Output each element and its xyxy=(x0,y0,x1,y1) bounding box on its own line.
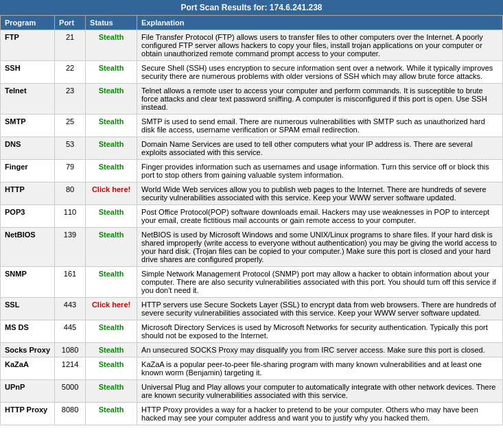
cell-program: Telnet xyxy=(1,84,55,115)
table-row: Telnet23StealthTelnet allows a remote us… xyxy=(1,84,503,115)
cell-port: 80 xyxy=(55,182,86,205)
cell-port: 5000 xyxy=(55,380,86,403)
cell-port: 25 xyxy=(55,115,86,137)
cell-explanation: An unsecured SOCKS Proxy may disqualify … xyxy=(137,343,503,357)
cell-explanation: KaZaA is a popular peer-to-peer file-sha… xyxy=(137,357,503,380)
table-row: SSL443Click here!HTTP servers use Secure… xyxy=(1,298,503,320)
cell-port: 23 xyxy=(55,84,86,115)
cell-explanation: SMTP is used to send email. There are nu… xyxy=(137,115,503,137)
table-body: FTP21StealthFile Transfer Protocol (FTP)… xyxy=(1,30,503,425)
cell-explanation: NetBIOS is used by Microsoft Windows and… xyxy=(137,228,503,267)
cell-program: NetBIOS xyxy=(1,228,55,267)
table-row: DNS53StealthDomain Name Services are use… xyxy=(1,137,503,160)
cell-port: 53 xyxy=(55,137,86,160)
cell-port: 139 xyxy=(55,228,86,267)
cell-explanation: File Transfer Protocol (FTP) allows user… xyxy=(137,30,503,61)
cell-program: FTP xyxy=(1,30,55,61)
header-port: Port xyxy=(55,16,86,30)
cell-port: 443 xyxy=(55,298,86,320)
cell-port: 110 xyxy=(55,205,86,228)
cell-explanation: HTTP servers use Secure Sockets Layer (S… xyxy=(137,298,503,320)
cell-port: 79 xyxy=(55,160,86,182)
cell-status: Stealth xyxy=(86,137,137,160)
port-scan-table: Program Port Status Explanation FTP21Ste… xyxy=(0,15,503,425)
cell-status: Stealth xyxy=(86,160,137,182)
cell-status[interactable]: Click here! xyxy=(86,298,137,320)
table-row: Finger79StealthFinger provides informati… xyxy=(1,160,503,182)
cell-program: Socks Proxy xyxy=(1,343,55,357)
table-row: SSH22StealthSecure Shell (SSH) uses encr… xyxy=(1,61,503,84)
header-explanation: Explanation xyxy=(137,16,503,30)
table-row: UPnP5000StealthUniversal Plug and Play a… xyxy=(1,380,503,403)
cell-port: 8080 xyxy=(55,403,86,425)
cell-status: Stealth xyxy=(86,320,137,343)
table-row: SNMP161StealthSimple Network Management … xyxy=(1,267,503,298)
cell-program: HTTP xyxy=(1,182,55,205)
table-row: MS DS445StealthMicrosoft Directory Servi… xyxy=(1,320,503,343)
cell-status: Stealth xyxy=(86,228,137,267)
cell-status: Stealth xyxy=(86,205,137,228)
cell-status: Stealth xyxy=(86,403,137,425)
cell-port: 21 xyxy=(55,30,86,61)
page-title: Port Scan Results for: 174.6.241.238 xyxy=(180,3,322,12)
cell-program: HTTP Proxy xyxy=(1,403,55,425)
cell-program: KaZaA xyxy=(1,357,55,380)
cell-status: Stealth xyxy=(86,357,137,380)
cell-program: UPnP xyxy=(1,380,55,403)
cell-program: SNMP xyxy=(1,267,55,298)
cell-explanation: Finger provides information such as user… xyxy=(137,160,503,182)
cell-explanation: Telnet allows a remote user to access yo… xyxy=(137,84,503,115)
cell-port: 1080 xyxy=(55,343,86,357)
header-status: Status xyxy=(86,16,137,30)
cell-program: POP3 xyxy=(1,205,55,228)
cell-explanation: Secure Shell (SSH) uses encryption to se… xyxy=(137,61,503,84)
cell-program: SSL xyxy=(1,298,55,320)
table-row: KaZaA1214StealthKaZaA is a popular peer-… xyxy=(1,357,503,380)
cell-port: 445 xyxy=(55,320,86,343)
header-program: Program xyxy=(1,16,55,30)
cell-program: DNS xyxy=(1,137,55,160)
table-row: HTTP80Click here!World Wide Web services… xyxy=(1,182,503,205)
table-header-row: Program Port Status Explanation xyxy=(1,16,503,30)
cell-status: Stealth xyxy=(86,380,137,403)
cell-explanation: Simple Network Management Protocol (SNMP… xyxy=(137,267,503,298)
title-bar: Port Scan Results for: 174.6.241.238 xyxy=(0,0,503,15)
cell-status[interactable]: Click here! xyxy=(86,182,137,205)
cell-explanation: Microsoft Directory Services is used by … xyxy=(137,320,503,343)
cell-explanation: Universal Plug and Play allows your comp… xyxy=(137,380,503,403)
cell-explanation: Post Office Protocol(POP) software downl… xyxy=(137,205,503,228)
cell-status: Stealth xyxy=(86,30,137,61)
table-row: HTTP Proxy8080StealthHTTP Proxy provides… xyxy=(1,403,503,425)
cell-port: 1214 xyxy=(55,357,86,380)
cell-port: 161 xyxy=(55,267,86,298)
table-row: SMTP25StealthSMTP is used to send email.… xyxy=(1,115,503,137)
cell-explanation: World Wide Web services allow you to pub… xyxy=(137,182,503,205)
table-row: Socks Proxy1080StealthAn unsecured SOCKS… xyxy=(1,343,503,357)
cell-status: Stealth xyxy=(86,115,137,137)
cell-program: Finger xyxy=(1,160,55,182)
cell-explanation: HTTP Proxy provides a way for a hacker t… xyxy=(137,403,503,425)
cell-program: MS DS xyxy=(1,320,55,343)
cell-port: 22 xyxy=(55,61,86,84)
cell-explanation: Domain Name Services are used to tell ot… xyxy=(137,137,503,160)
cell-status: Stealth xyxy=(86,61,137,84)
cell-program: SSH xyxy=(1,61,55,84)
cell-status: Stealth xyxy=(86,343,137,357)
cell-status: Stealth xyxy=(86,84,137,115)
table-row: FTP21StealthFile Transfer Protocol (FTP)… xyxy=(1,30,503,61)
cell-program: SMTP xyxy=(1,115,55,137)
table-row: NetBIOS139StealthNetBIOS is used by Micr… xyxy=(1,228,503,267)
table-row: POP3110StealthPost Office Protocol(POP) … xyxy=(1,205,503,228)
cell-status: Stealth xyxy=(86,267,137,298)
